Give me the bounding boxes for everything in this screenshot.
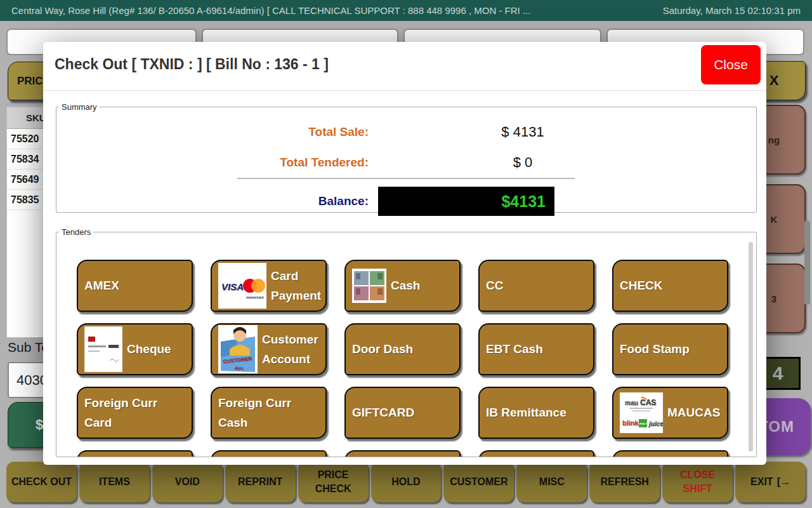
- tenders-scrollbar[interactable]: [749, 242, 753, 451]
- tender-label: EBT Cash: [486, 339, 543, 359]
- tender-label: Card Payment: [271, 266, 321, 306]
- tender-button-partial[interactable]: [478, 450, 594, 457]
- quick-item-label: K: [771, 214, 778, 225]
- tenders-legend: Tenders: [59, 227, 93, 237]
- quantity-value: 4: [773, 363, 783, 384]
- balance-label: Balance:: [56, 187, 369, 216]
- modal-title: Check Out [ TXNID : ] [ Bill No : 136 - …: [55, 56, 329, 73]
- nav-label: HOLD: [391, 475, 420, 489]
- tender-label: IB Remittance: [486, 403, 566, 422]
- tender-amex[interactable]: AMEX: [77, 260, 193, 312]
- nav-check-out[interactable]: CHECK OUT: [6, 462, 77, 502]
- svg-text:juice: juice: [648, 420, 663, 427]
- summary-section: Summary Total Sale: $ 4131 Total Tendere…: [56, 102, 757, 213]
- nav-refresh[interactable]: REFRESH: [589, 462, 660, 502]
- cheque-icon: [84, 326, 122, 372]
- tender-door-dash[interactable]: Door Dash: [344, 323, 461, 375]
- summary-divider: [237, 178, 575, 179]
- checkout-modal: Check Out [ TXNID : ] [ Bill No : 136 - …: [43, 42, 766, 465]
- sku-cell: 75834: [11, 154, 39, 165]
- tender-button-partial[interactable]: [211, 450, 327, 457]
- tender-button-partial[interactable]: [77, 450, 193, 457]
- svg-text:Acc.: Acc.: [235, 366, 244, 370]
- tender-card-payment[interactable]: VISA mastercard Card Payment: [211, 260, 327, 312]
- svg-text:mau: mau: [625, 399, 638, 406]
- quick-item-label: 3: [771, 293, 776, 304]
- tender-label: Door Dash: [352, 339, 413, 359]
- sku-cell: 75835: [11, 194, 39, 206]
- tender-button-partial[interactable]: [344, 450, 461, 457]
- pos-screen: Central Way, Rose Hill (Reg# 136/ B-2065…: [0, 0, 812, 508]
- tender-button-partial[interactable]: [612, 450, 728, 457]
- tender-food-stamp[interactable]: Food Stamp: [612, 323, 728, 375]
- nav-misc[interactable]: MISC: [516, 462, 587, 502]
- bottom-nav: CHECK OUT ITEMS VOID REPRINT PRICE CHECK…: [0, 462, 812, 502]
- summary-legend: Summary: [59, 102, 100, 112]
- nav-label: CLOSE SHIFT: [666, 468, 729, 495]
- top-status-bar: Central Way, Rose Hill (Reg# 136/ B-2065…: [0, 0, 812, 21]
- tender-ebt-cash[interactable]: EBT Cash: [478, 323, 594, 375]
- total-sale-value: $ 4131: [374, 118, 672, 146]
- tenders-grid: AMEX VISA mastercard Card Payment: [56, 237, 756, 457]
- nav-label: ITEMS: [99, 475, 130, 489]
- header-divider: [43, 90, 766, 91]
- nav-label: PRICE CHECK: [302, 468, 365, 495]
- nav-label: MISC: [539, 475, 565, 489]
- tender-cc[interactable]: CC: [478, 260, 594, 312]
- tender-label: CC: [486, 276, 503, 295]
- visa-mastercard-icon: VISA mastercard: [218, 263, 266, 309]
- tenders-section: Tenders AMEX VISA mastercard: [56, 227, 757, 457]
- tender-maucas[interactable]: mau CAS blink my.t juice MAUCAS: [612, 387, 728, 439]
- nav-label: VOID: [175, 475, 200, 489]
- nav-void[interactable]: VOID: [152, 462, 223, 502]
- tender-label: GIFTCARD: [352, 403, 414, 422]
- nav-items[interactable]: ITEMS: [79, 462, 150, 502]
- tender-foreign-curr-cash[interactable]: Foreign Curr Cash: [211, 387, 327, 439]
- nav-close-shift[interactable]: CLOSE SHIFT: [662, 462, 733, 502]
- nav-label: EXIT: [750, 475, 773, 489]
- nav-hold[interactable]: HOLD: [371, 462, 442, 502]
- tender-customer-account[interactable]: CUSTOMER Acc. Customer Account: [211, 323, 327, 375]
- svg-text:mastercard: mastercard: [246, 295, 263, 299]
- tender-check[interactable]: CHECK: [612, 260, 728, 312]
- tender-cheque[interactable]: Cheque: [77, 323, 193, 375]
- datetime: Saturday, March 15 02:10:31 pm: [663, 5, 801, 16]
- tender-label: Customer Account: [262, 330, 319, 370]
- nav-reprint[interactable]: REPRINT: [225, 462, 296, 502]
- banknotes-icon: [352, 269, 386, 303]
- total-tendered-label: Total Tendered:: [56, 149, 369, 177]
- nav-customer[interactable]: CUSTOMER: [443, 462, 514, 502]
- tender-ib-remittance[interactable]: IB Remittance: [478, 387, 594, 439]
- tender-label: Cheque: [127, 339, 171, 359]
- tender-label: Foreign Curr Cash: [218, 393, 319, 433]
- total-sale-label: Total Sale:: [56, 118, 369, 146]
- page-scrollbar[interactable]: [804, 220, 810, 305]
- nav-exit[interactable]: EXIT [→: [735, 462, 806, 502]
- tax-button-label: X: [769, 72, 779, 89]
- quick-item-label: ng: [768, 135, 780, 145]
- svg-text:VISA: VISA: [221, 281, 244, 292]
- svg-text:blink: blink: [622, 419, 639, 427]
- nav-label: CUSTOMER: [450, 475, 508, 489]
- tender-foreign-curr-card[interactable]: Foreign Curr Card: [77, 387, 193, 439]
- tender-label: AMEX: [84, 276, 119, 295]
- customer-account-icon: CUSTOMER Acc.: [218, 325, 258, 373]
- sku-cell: 75649: [11, 174, 39, 185]
- total-tendered-value: $ 0: [374, 149, 672, 177]
- tender-label: CHECK: [620, 276, 663, 295]
- tender-label: Food Stamp: [620, 339, 690, 359]
- balance-display: $4131: [378, 187, 554, 216]
- svg-text:CAS: CAS: [640, 398, 656, 407]
- tender-giftcard[interactable]: GIFTCARD: [344, 387, 461, 439]
- tender-label: Cash: [391, 276, 420, 295]
- close-button[interactable]: Close: [701, 45, 761, 84]
- nav-label: CHECK OUT: [11, 475, 72, 489]
- tender-label: MAUCAS: [667, 403, 720, 422]
- nav-label: REPRINT: [238, 475, 282, 489]
- tender-cash[interactable]: Cash: [344, 260, 461, 312]
- nav-price-check[interactable]: PRICE CHECK: [298, 462, 369, 502]
- store-info: Central Way, Rose Hill (Reg# 136/ B-2065…: [11, 5, 530, 16]
- sku-cell: 75520: [11, 133, 39, 145]
- tender-label: Foreign Curr Card: [84, 393, 185, 433]
- exit-icon: [→: [777, 475, 790, 489]
